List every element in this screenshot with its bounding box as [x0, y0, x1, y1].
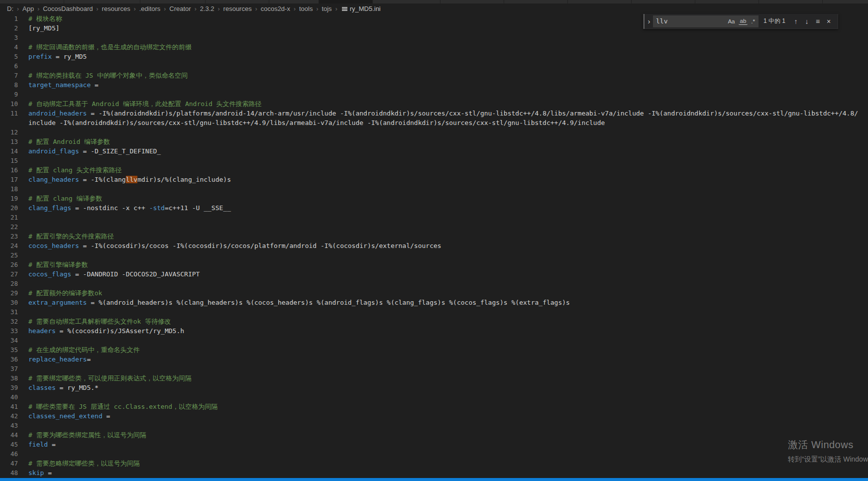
code-line[interactable]: 19# 配置 clang 编译参数 — [0, 194, 868, 203]
code-text[interactable]: clang_headers = -I%(clangllvmdir)s/%(cla… — [25, 175, 231, 184]
code-text[interactable]: # 模块名称 — [25, 14, 62, 23]
line-number[interactable]: 45 — [0, 440, 25, 449]
breadcrumb-item[interactable]: CocosDashboard — [43, 5, 93, 12]
breadcrumb-item[interactable]: 2.3.2 — [200, 5, 215, 12]
line-number[interactable]: 8 — [0, 80, 25, 90]
code-line[interactable]: 3 — [0, 33, 868, 42]
line-number[interactable]: 15 — [0, 156, 25, 165]
previous-match-button arrow-up-icon[interactable]: ↑ — [790, 17, 801, 25]
code-text[interactable]: # 配置 Android 编译参数 — [25, 137, 110, 146]
line-number[interactable]: 9 — [0, 90, 25, 99]
code-text[interactable]: include -I%(androidndkdir)s/sources/cxx-… — [25, 118, 605, 127]
line-number[interactable]: 47 — [0, 459, 25, 468]
code-text[interactable]: replace_headers= — [25, 355, 91, 364]
breadcrumb-item[interactable]: resources — [102, 5, 130, 12]
code-line[interactable]: 16# 配置 clang 头文件搜索路径 — [0, 165, 868, 175]
code-text[interactable] — [25, 364, 28, 373]
line-number[interactable]: 22 — [0, 222, 25, 232]
code-line[interactable]: 34 — [0, 336, 868, 345]
code-line[interactable]: 31 — [0, 307, 868, 317]
line-number[interactable]: 16 — [0, 165, 25, 175]
code-line[interactable]: 30extra_arguments = %(android_headers)s … — [0, 298, 868, 307]
line-number[interactable]: 38 — [0, 373, 25, 383]
code-line[interactable]: 6 — [0, 61, 868, 71]
tab-bar[interactable] — [0, 0, 868, 3]
find-in-selection-icon[interactable]: ≡ — [812, 17, 823, 25]
line-number[interactable]: 17 — [0, 175, 25, 184]
find-widget-sash[interactable] — [644, 14, 645, 29]
code-text[interactable]: extra_arguments = %(android_headers)s %(… — [25, 298, 570, 307]
code-text[interactable] — [25, 61, 28, 71]
line-number[interactable]: 30 — [0, 298, 25, 307]
code-line[interactable]: 22 — [0, 222, 868, 232]
code-line[interactable]: 29# 配置额外的编译参数ok — [0, 288, 868, 298]
code-line[interactable]: 42classes_need_extend = — [0, 411, 868, 421]
code-line[interactable]: 12 — [0, 127, 868, 137]
line-number[interactable]: 25 — [0, 250, 25, 260]
code-text[interactable]: # 需要自动绑定工具解析哪些头文件ok 等待修改 — [25, 317, 171, 326]
code-text[interactable]: android_flags = -D_SIZE_T_DEFINED_ — [25, 146, 161, 156]
code-text[interactable]: # 哪些类需要在 JS 层通过 cc.Class.extend，以空格为间隔 — [25, 402, 217, 411]
line-number[interactable]: 18 — [0, 184, 25, 194]
code-line[interactable]: 18 — [0, 184, 868, 194]
code-text[interactable] — [25, 33, 28, 42]
code-text[interactable] — [25, 307, 28, 317]
code-line[interactable]: 39classes = ry_MD5.* — [0, 383, 868, 392]
code-line[interactable]: 21 — [0, 213, 868, 222]
line-number[interactable]: 33 — [0, 326, 25, 336]
code-text[interactable]: # 在生成的绑定代码中，重命名头文件 — [25, 345, 140, 355]
breadcrumb-item[interactable]: App — [22, 5, 34, 12]
line-number[interactable]: 32 — [0, 317, 25, 326]
line-number[interactable]: 5 — [0, 52, 25, 61]
code-line[interactable]: 13# 配置 Android 编译参数 — [0, 137, 868, 146]
code-line[interactable]: 38# 需要绑定哪些类，可以使用正则表达式，以空格为间隔 — [0, 373, 868, 383]
code-text[interactable] — [25, 213, 28, 222]
code-text[interactable] — [25, 421, 28, 430]
code-editor[interactable]: 1# 模块名称2[ry_MD5]34# 绑定回调函数的前缀，也是生成的自动绑定文… — [0, 14, 868, 478]
code-text[interactable]: # 配置额外的编译参数ok — [25, 288, 102, 298]
code-line[interactable]: 25 — [0, 250, 868, 260]
next-match-button arrow-down-icon[interactable]: ↓ — [801, 17, 812, 25]
code-line[interactable]: include -I%(androidndkdir)s/sources/cxx-… — [0, 118, 868, 127]
code-line[interactable]: 15 — [0, 156, 868, 165]
line-number[interactable]: 1 — [0, 14, 25, 23]
whole-word-icon[interactable]: ab — [739, 17, 748, 25]
line-number[interactable]: 3 — [0, 33, 25, 42]
code-line[interactable]: 17clang_headers = -I%(clangllvmdir)s/%(c… — [0, 175, 868, 184]
close-icon[interactable]: × — [823, 17, 834, 25]
breadcrumb-item[interactable]: Creator — [169, 5, 191, 12]
code-text[interactable]: android_headers = -I%(androidndkdir)s/pl… — [25, 109, 858, 118]
code-text[interactable] — [25, 156, 28, 165]
code-line[interactable]: 26# 配置引擎编译参数 — [0, 260, 868, 269]
code-text[interactable]: # 配置 clang 头文件搜索路径 — [25, 165, 121, 175]
code-text[interactable] — [25, 90, 28, 99]
code-line[interactable]: 33headers = %(cocosdir)s/JSAssert/ry_MD5… — [0, 326, 868, 336]
code-text[interactable] — [25, 392, 28, 402]
find-query-text[interactable]: llv — [656, 17, 724, 25]
code-line[interactable]: 14android_flags = -D_SIZE_T_DEFINED_ — [0, 146, 868, 156]
line-number[interactable]: 37 — [0, 364, 25, 373]
code-text[interactable]: # 需要为哪些类绑定属性，以逗号为间隔 — [25, 430, 146, 440]
code-line[interactable]: 43 — [0, 421, 868, 430]
line-number[interactable]: 44 — [0, 430, 25, 440]
code-line[interactable]: 37 — [0, 364, 868, 373]
line-number[interactable]: 43 — [0, 421, 25, 430]
line-number[interactable]: 34 — [0, 336, 25, 345]
code-line[interactable]: 45field = — [0, 440, 868, 449]
line-number[interactable]: 40 — [0, 392, 25, 402]
line-number[interactable]: 31 — [0, 307, 25, 317]
line-number[interactable]: 19 — [0, 194, 25, 203]
code-line[interactable]: 47# 需要忽略绑定哪些类，以逗号为间隔 — [0, 459, 868, 468]
line-number[interactable]: 42 — [0, 411, 25, 421]
code-text[interactable]: cocos_headers = -I%(cocosdir)s/cocos -I%… — [25, 241, 441, 250]
code-line[interactable]: 27cocos_flags = -DANDROID -DCOCOS2D_JAVA… — [0, 269, 868, 279]
code-line[interactable]: 46 — [0, 449, 868, 459]
line-number[interactable]: 41 — [0, 402, 25, 411]
code-text[interactable]: # 绑定回调函数的前缀，也是生成的自动绑定文件的前缀 — [25, 42, 192, 52]
breadcrumb-item[interactable]: tojs — [322, 5, 331, 12]
code-text[interactable]: classes = ry_MD5.* — [25, 383, 99, 392]
code-line[interactable]: 10# 自动绑定工具基于 Android 编译环境，此处配置 Android 头… — [0, 99, 868, 109]
code-line[interactable]: 9 — [0, 90, 868, 99]
windows-taskbar-edge[interactable] — [0, 478, 868, 481]
code-text[interactable]: # 需要忽略绑定哪些类，以逗号为间隔 — [25, 459, 140, 468]
